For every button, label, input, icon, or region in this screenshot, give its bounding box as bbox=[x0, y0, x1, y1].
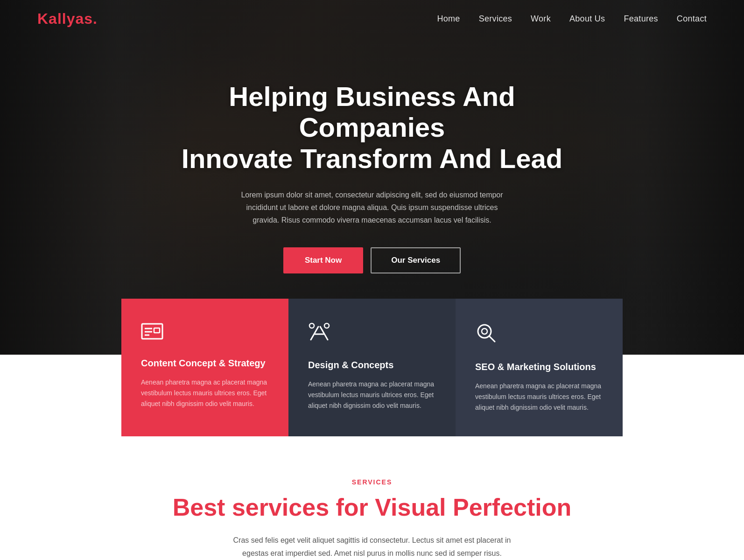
services-description: Cras sed felis eget velit aliquet sagitt… bbox=[232, 534, 512, 559]
hero-title-line2: Innovate Transform And Lead bbox=[182, 143, 562, 174]
service-card-content-desc: Aenean pharetra magna ac placerat magna … bbox=[141, 377, 269, 409]
start-now-button[interactable]: Start Now bbox=[283, 247, 363, 273]
nav-link-about[interactable]: About Us bbox=[569, 14, 605, 23]
seo-icon bbox=[475, 322, 603, 349]
hero-title-line1: Helping Business And Companies bbox=[229, 81, 515, 143]
nav-item-about[interactable]: About Us bbox=[569, 14, 605, 24]
services-section: SERVICES Best services for Visual Perfec… bbox=[0, 436, 744, 560]
service-card-seo-title: SEO & Marketing Solutions bbox=[475, 362, 603, 372]
service-card-design-desc: Aenean pharetra magna ac placerat magna … bbox=[308, 379, 436, 411]
service-card-design-title: Design & Concepts bbox=[308, 360, 436, 371]
nav-item-home[interactable]: Home bbox=[437, 14, 460, 24]
service-card-seo-desc: Aenean pharetra magna ac placerat magna … bbox=[475, 381, 603, 413]
brand-logo[interactable]: Kallyas. bbox=[37, 10, 98, 28]
nav-link-home[interactable]: Home bbox=[437, 14, 460, 23]
svg-point-11 bbox=[482, 329, 487, 334]
nav-link-services[interactable]: Services bbox=[479, 14, 512, 23]
hero-title: Helping Business And Companies Innovate … bbox=[181, 81, 563, 175]
navbar: Kallyas. Home Services Work About Us Fea… bbox=[0, 0, 744, 38]
hero-subtitle: Lorem ipsum dolor sit amet, consectetur … bbox=[232, 189, 512, 227]
svg-point-8 bbox=[324, 323, 329, 328]
brand-name: Kallyas bbox=[37, 10, 93, 27]
content-icon bbox=[141, 322, 269, 345]
service-card-seo: SEO & Marketing Solutions Aenean pharetr… bbox=[456, 299, 623, 436]
hero-content: Helping Business And Companies Innovate … bbox=[162, 81, 582, 274]
service-card-design: Design & Concepts Aenean pharetra magna … bbox=[288, 299, 456, 436]
service-card-content: Content Concept & Strategy Aenean pharet… bbox=[121, 299, 288, 436]
nav-item-services[interactable]: Services bbox=[479, 14, 512, 24]
service-card-content-title: Content Concept & Strategy bbox=[141, 358, 269, 369]
nav-link-work[interactable]: Work bbox=[531, 14, 551, 23]
services-title: Best services for Visual Perfection bbox=[56, 494, 688, 521]
svg-point-7 bbox=[309, 323, 314, 328]
svg-line-12 bbox=[489, 336, 495, 342]
nav-links: Home Services Work About Us Features Con… bbox=[437, 14, 707, 24]
nav-item-work[interactable]: Work bbox=[531, 14, 551, 24]
our-services-button[interactable]: Our Services bbox=[371, 247, 461, 273]
service-cards-container: Content Concept & Strategy Aenean pharet… bbox=[0, 299, 744, 436]
svg-rect-4 bbox=[154, 328, 160, 333]
design-icon bbox=[308, 322, 436, 347]
nav-link-contact[interactable]: Contact bbox=[677, 14, 707, 23]
nav-item-features[interactable]: Features bbox=[624, 14, 658, 24]
brand-dot: . bbox=[93, 10, 98, 27]
nav-link-features[interactable]: Features bbox=[624, 14, 658, 23]
hero-buttons: Start Now Our Services bbox=[181, 247, 563, 273]
services-label: SERVICES bbox=[56, 478, 688, 486]
nav-item-contact[interactable]: Contact bbox=[677, 14, 707, 24]
